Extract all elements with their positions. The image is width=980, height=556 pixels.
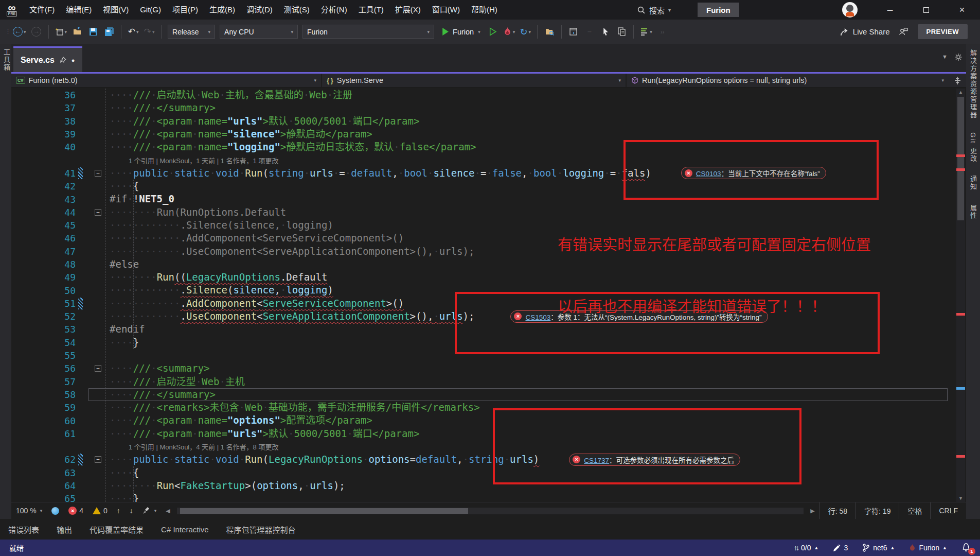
error-code-link[interactable]: CS1503 [525,314,550,321]
new-project-button[interactable]: ▾ [55,25,67,39]
restart-button[interactable]: ↻▾ [520,25,531,39]
menu-item-0[interactable]: 文件(F) [24,0,60,20]
code-line-50[interactable]: 50············.Silence(silence,·logging) [11,284,955,297]
zoom-dropdown[interactable]: 100 %▾ [11,507,47,515]
codelens-text[interactable]: 1 个引用 | MonkSoul，4 天前 | 1 名作者，8 项更改 [129,442,278,451]
search-box[interactable]: 搜索 ▾ [637,0,671,20]
code-line-43[interactable]: 43#if·!NET5_0 [11,193,955,205]
preview-button[interactable]: PREVIEW [918,24,968,39]
warning-count[interactable]: 0 [88,507,112,515]
code-line-61[interactable]: 61····///·<param·name="urls">默认·5000/500… [11,427,955,440]
start-without-debug-button[interactable] [487,25,498,39]
left-vtab[interactable]: 工具箱 [2,48,11,72]
right-vtab-2[interactable]: 通知 [968,176,978,191]
scroll-down-icon[interactable]: ▼ [956,496,965,501]
next-issue-button[interactable]: ↓ [125,507,138,515]
error-count[interactable]: ×4 [64,507,88,515]
copy-structure-button[interactable] [616,25,627,39]
hot-reload-button[interactable]: ▾ [503,25,515,39]
menu-item-10[interactable]: 扩展(X) [389,0,426,20]
panel-tab-1[interactable]: 输出 [57,524,72,535]
tab-serve-cs[interactable]: Serve.cs ● [13,46,82,72]
save-button[interactable] [87,25,99,39]
undo-button[interactable]: ↶▾ [128,25,139,39]
overflow-icon[interactable]: ›› [657,25,668,39]
menu-item-11[interactable]: 窗口(W) [426,0,466,20]
codelens-row[interactable]: 1 个引用 | MonkSoul，1 天前 | 1 名作者，1 项更改 [11,153,955,166]
feedback-button[interactable] [898,25,910,39]
vertical-scrollbar[interactable]: ▲ ▼ [956,89,965,502]
panel-tab-4[interactable]: 程序包管理器控制台 [226,524,296,535]
menu-item-9[interactable]: 工具(T) [353,0,389,20]
code-editor[interactable]: 36····///·启动默认·Web·主机，含最基础的·Web·注册37····… [11,89,966,502]
right-vtab-3[interactable]: 属性 [968,204,978,220]
breadcrumb-project[interactable]: C# Furion (net5.0)▾ [11,74,322,87]
split-editor-button[interactable] [949,74,966,87]
fold-collapse-icon[interactable]: − [95,170,101,177]
code-line-40[interactable]: 40····///·<param·name="logging">静默启动日志状态… [11,141,955,153]
error-code-link[interactable]: CS1737 [584,457,609,464]
code-line-64[interactable]: 64········Run<FakeStartup>(options,·urls… [11,479,955,492]
code-line-51[interactable]: 51············.AddComponent<ServeService… [11,297,955,310]
code-line-47[interactable]: 47············.UseComponent<ServeApplica… [11,245,955,258]
menu-item-12[interactable]: 帮助(H) [466,0,503,20]
code-line-59[interactable]: 59····///·<remarks>未包含·Web·基础功能，需手动注册服务/… [11,401,955,414]
menu-item-5[interactable]: 生成(B) [204,0,241,20]
breadcrumb-member[interactable]: Run(LegacyRunOptions options = null, str… [627,74,949,87]
redo-button[interactable]: ↷▾ [144,25,155,39]
code-line-52[interactable]: 52············.UseComponent<ServeApplica… [11,310,955,323]
hscrollbar-thumb[interactable] [180,508,468,514]
codelens-row[interactable]: 1 个引用 | MonkSoul，4 天前 | 1 名作者，8 项更改 [11,440,955,453]
code-line-54[interactable]: 54····} [11,336,955,349]
fold-collapse-icon[interactable]: − [95,365,101,372]
breadcrumb-type[interactable]: { } System.Serve▾ [322,74,627,87]
code-line-45[interactable]: 45············.Silence(silence,·logging) [11,219,955,232]
code-line-57[interactable]: 57····///·启动泛型·Web·主机 [11,375,955,388]
code-line-49[interactable]: 49········Run((LegacyRunOptions.Default [11,271,955,284]
code-line-37[interactable]: 37····///·</summary> [11,101,955,114]
code-line-36[interactable]: 36····///·启动默认·Web·主机，含最基础的·Web·注册 [11,89,955,101]
codelens-text[interactable]: 1 个引用 | MonkSoul，1 天前 | 1 名作者，1 项更改 [129,155,278,165]
panel-tab-3[interactable]: C# Interactive [161,525,209,534]
code-line-48[interactable]: 48#else [11,258,955,271]
line-ending-indicator[interactable]: CRLF [930,502,966,519]
code-line-60[interactable]: 60····///·<param·name="options">配置选项</pa… [11,414,955,427]
avatar[interactable] [842,2,858,18]
code-line-65[interactable]: 65····} [11,492,955,502]
pin-icon[interactable] [60,57,66,63]
navigate-back-button[interactable]: ←▾ [13,25,26,39]
fold-collapse-icon[interactable]: − [95,456,101,463]
find-in-files-button[interactable] [544,25,555,39]
code-cleanup-button[interactable]: ▾ [138,507,162,515]
scroll-up-icon[interactable]: ▲ [956,90,965,95]
code-line-63[interactable]: 63····{ [11,466,955,479]
pending-changes-button[interactable]: 3 [833,544,848,552]
menu-item-6[interactable]: 调试(D) [241,0,278,20]
menu-item-2[interactable]: 视图(V) [97,0,134,20]
menu-item-3[interactable]: Git(G) [134,0,167,20]
code-line-62[interactable]: 62−····public·static·void·Run(LegacyRunO… [11,453,955,466]
current-branch-button[interactable]: net6▲ [862,544,895,552]
code-line-53[interactable]: 53#endif [11,323,955,336]
solution-window-button[interactable] [568,25,579,39]
code-line-42[interactable]: 42····{ [11,180,955,193]
configuration-dropdown[interactable]: Release▾ [168,25,215,39]
code-line-38[interactable]: 38····///·<param·name="urls">默认·5000/500… [11,115,955,128]
minimized-tool-icon[interactable]: ┈ [584,25,595,39]
start-debug-button[interactable]: Furion▾ [439,27,483,36]
code-line-41[interactable]: 41−····public·static·void·Run(string·url… [11,167,955,180]
navigate-forward-button[interactable]: → [31,25,42,39]
repository-button[interactable]: Furion▲ [909,544,947,552]
toolbar-grip[interactable]: ⋮⋮ [5,30,8,33]
cursor-column-indicator[interactable]: 字符: 19 [856,502,899,519]
unsaved-dot-icon[interactable]: ● [72,57,75,63]
document-health-indicator[interactable] [47,507,64,515]
open-file-button[interactable] [72,25,83,39]
menu-item-8[interactable]: 分析(N) [315,0,353,20]
code-line-39[interactable]: 39····///·<param·name="silence">静默启动</pa… [11,128,955,141]
fold-collapse-icon[interactable]: − [95,209,101,216]
sync-commits-button[interactable]: ↑↓ 0/0▲ [794,544,818,552]
maximize-button[interactable] [914,0,938,20]
code-line-44[interactable]: 44−········Run(RunOptions.Default [11,206,955,219]
right-vtab-0[interactable]: 解决方案资源管理器 [968,49,978,119]
